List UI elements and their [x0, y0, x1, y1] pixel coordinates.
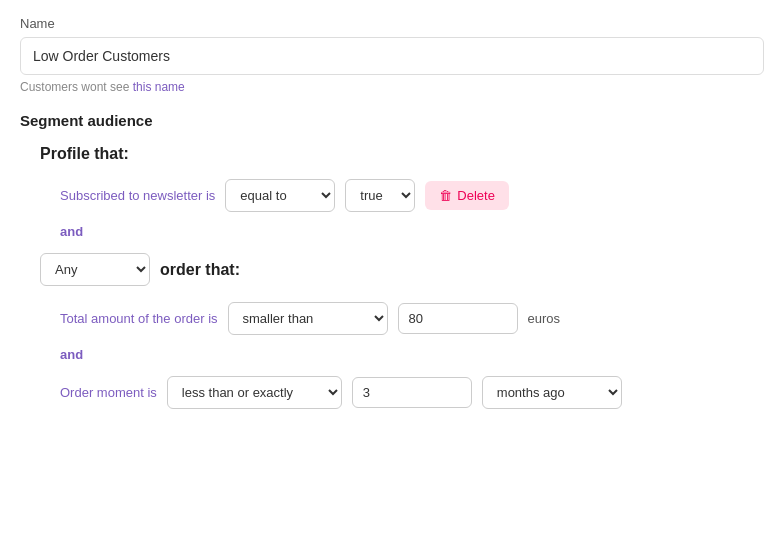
order-that-label: order that:: [160, 261, 240, 279]
name-section: Name Customers wont see this name: [20, 16, 764, 94]
newsletter-condition-row: Subscribed to newsletter is equal to not…: [60, 179, 764, 212]
amount-condition-row: Total amount of the order is smaller tha…: [60, 302, 764, 335]
newsletter-condition-label: Subscribed to newsletter is: [60, 188, 215, 203]
newsletter-operator-select[interactable]: equal to not equal to: [225, 179, 335, 212]
and-label-1: and: [60, 224, 764, 239]
amount-input[interactable]: [398, 303, 518, 334]
moment-operator-select[interactable]: less than or exactly greater than equal …: [167, 376, 342, 409]
amount-condition-label: Total amount of the order is: [60, 311, 218, 326]
any-select[interactable]: Any All: [40, 253, 150, 286]
delete-condition1-button[interactable]: 🗑 Delete: [425, 181, 509, 210]
euros-label: euros: [528, 311, 561, 326]
helper-text: Customers wont see this name: [20, 80, 764, 94]
newsletter-value-select[interactable]: true false: [345, 179, 415, 212]
helper-link[interactable]: this name: [133, 80, 185, 94]
amount-operator-select[interactable]: smaller than greater than equal to less …: [228, 302, 388, 335]
moment-time-input[interactable]: [352, 377, 472, 408]
and-label-2: and: [60, 347, 764, 362]
profile-that-label: Profile that:: [40, 145, 764, 163]
order-any-row: Any All order that:: [40, 253, 764, 286]
moment-condition-row: Order moment is less than or exactly gre…: [60, 376, 764, 409]
segment-audience-title: Segment audience: [20, 112, 764, 129]
moment-unit-select[interactable]: months ago days ago weeks ago years ago: [482, 376, 622, 409]
name-label: Name: [20, 16, 764, 31]
moment-condition-label: Order moment is: [60, 385, 157, 400]
name-input[interactable]: [20, 37, 764, 75]
trash-icon: 🗑: [439, 188, 452, 203]
